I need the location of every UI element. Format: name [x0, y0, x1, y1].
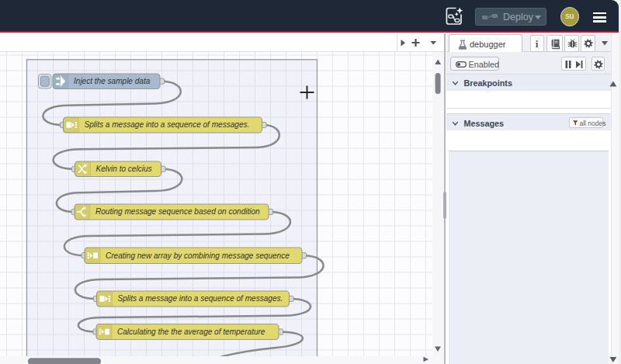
svg-text:Splits a message into a sequen: Splits a message into a sequence of mess… — [118, 294, 283, 303]
svg-text:Splits a message into a sequen: Splits a message into a sequence of mess… — [85, 120, 250, 129]
svg-text:Calculating the the average of: Calculating the the average of temperatu… — [117, 327, 265, 335]
svg-text:Creating new array by combinin: Creating new array by combining message … — [106, 251, 290, 259]
svg-text:Kelvin to celcius: Kelvin to celcius — [96, 165, 152, 173]
svg-text:Inject the sample data: Inject the sample data — [74, 77, 151, 85]
svg-text:Routing message sequence based: Routing message sequence based on condit… — [95, 207, 260, 216]
